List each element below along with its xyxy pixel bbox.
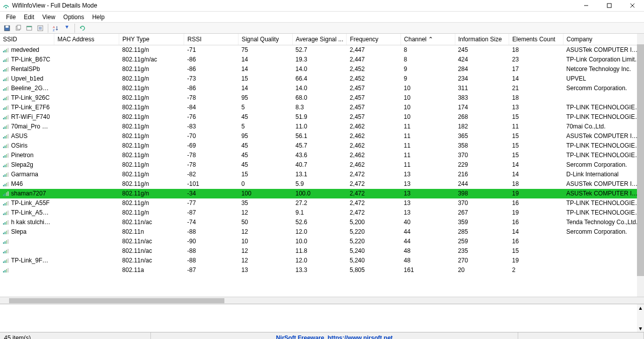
cell-ssid: Garmarna — [0, 170, 54, 179]
table-row[interactable]: Upvel_b1ed802.11g/n-731566.42,452923414U… — [0, 74, 644, 84]
table-row[interactable]: Pinetron802.11g/n-784543.62,4621137015TP… — [0, 151, 644, 160]
menu-file[interactable]: File — [2, 13, 20, 22]
nirsoft-link[interactable]: NirSoft Freeware. https://www.nirsoft.ne… — [276, 334, 392, 340]
column-phy[interactable]: PHY Type — [119, 34, 184, 45]
cell-ssid: Pinetron — [0, 151, 54, 160]
table-row[interactable]: h kak stulchik...802.11n/ac-745052.65,20… — [0, 218, 644, 227]
column-sq[interactable]: Signal Quality — [238, 34, 293, 45]
cell-isize: 285 — [455, 227, 509, 237]
svg-rect-59 — [6, 145, 7, 148]
horizontal-scrollbar[interactable] — [0, 297, 644, 304]
table-row[interactable]: medveded802.11g/n-717552.72,447824518ASU… — [0, 45, 644, 55]
cell-avg: 5.9 — [292, 179, 347, 189]
column-chan[interactable]: Channel ⌃ — [401, 34, 455, 45]
table-row[interactable]: 802.11a-871313.35,805161202 — [0, 265, 644, 275]
svg-rect-58 — [5, 146, 6, 148]
cell-rssi: -77 — [184, 198, 238, 208]
svg-rect-39 — [6, 97, 7, 100]
column-rssi[interactable]: RSSI — [184, 34, 238, 45]
cell-isize: 383 — [455, 93, 509, 103]
wifi-grid[interactable]: SSIDMAC AddressPHY TypeRSSISignal Qualit… — [0, 34, 644, 297]
menu-options[interactable]: Options — [59, 13, 88, 22]
sort-asc-icon[interactable]: AZ — [51, 23, 61, 33]
cell-phy: 802.11g/n/ac — [119, 55, 184, 64]
column-avg[interactable]: Average Signal ... — [292, 34, 347, 45]
table-row[interactable]: TP-Link_9F3A...802.11n/ac-881212.05,2404… — [0, 256, 644, 265]
cell-company: TP-LINK TECHNOLOGIES ... — [563, 112, 644, 122]
table-row[interactable]: OSiris802.11g/n-694545.72,4621135815TP-L… — [0, 141, 644, 151]
table-row[interactable]: TP-Link_E7F6802.11g/n-8458.32,4571017413… — [0, 103, 644, 112]
grid-body[interactable]: medveded802.11g/n-717552.72,447824518ASU… — [0, 45, 644, 275]
cell-chan: 44 — [401, 237, 455, 246]
scroll-up-icon[interactable]: ▴ — [639, 304, 642, 311]
save-icon[interactable] — [2, 23, 12, 33]
menu-view[interactable]: View — [38, 13, 59, 22]
cell-ssid: ASUS — [0, 131, 54, 141]
svg-rect-63 — [6, 154, 7, 158]
column-company[interactable]: Company — [563, 34, 644, 45]
menu-edit[interactable]: Edit — [20, 13, 38, 22]
table-row[interactable]: TP-Link_A55F802.11g/n-773527.22,47213370… — [0, 198, 644, 208]
table-row[interactable]: TP-Link_A55F...802.11g/n-87129.12,472132… — [0, 208, 644, 218]
table-row[interactable]: 70mai_Pro Pl...802.11g/n-83511.02,462111… — [0, 122, 644, 131]
table-row[interactable]: 802.11n/ac-901010.05,2204425916 — [0, 237, 644, 246]
column-ecount[interactable]: Elements Count — [509, 34, 564, 45]
table-row[interactable]: Garmarna802.11g/n-821513.12,4721321614D-… — [0, 170, 644, 179]
cell-ssid — [0, 246, 54, 256]
column-ssid[interactable]: SSID — [0, 34, 54, 45]
cell-avg: 8.3 — [292, 103, 347, 112]
column-mac[interactable]: MAC Address — [54, 34, 119, 45]
table-row[interactable]: TP-Link_926C802.11g/n-789568.02,45710383… — [0, 93, 644, 103]
cell-avg: 10.0 — [292, 237, 347, 246]
svg-rect-93 — [3, 233, 4, 234]
svg-rect-112 — [8, 268, 9, 273]
signal-icon — [3, 190, 9, 197]
column-isize[interactable]: Information Size — [455, 34, 509, 45]
vertical-scrollbar-thumb[interactable] — [637, 44, 644, 276]
menu-help[interactable]: Help — [88, 13, 109, 22]
table-row[interactable]: Slepa2g802.11g/n-784540.72,4621122914Ser… — [0, 160, 644, 170]
close-button[interactable] — [621, 0, 644, 12]
table-row[interactable]: 802.11n/ac-881211.85,2404823515 — [0, 246, 644, 256]
cell-rssi: -87 — [184, 265, 238, 275]
maximize-button[interactable] — [598, 0, 621, 12]
table-row[interactable]: RentalSPb802.11g/n-861414.02,452928417Ne… — [0, 64, 644, 74]
cell-isize: 365 — [455, 131, 509, 141]
svg-rect-10 — [27, 26, 32, 27]
cell-avg: 11.0 — [292, 122, 347, 131]
table-row[interactable]: RT-WiFi_F740802.11g/n-764551.92,45710268… — [0, 112, 644, 122]
column-headers[interactable]: SSIDMAC AddressPHY TypeRSSISignal Qualit… — [0, 34, 644, 45]
signal-icon — [3, 257, 9, 264]
svg-rect-17 — [3, 51, 4, 52]
copy-icon[interactable] — [13, 23, 23, 33]
horizontal-scrollbar-thumb[interactable] — [9, 298, 224, 303]
cell-phy: 802.11g/n — [119, 189, 184, 198]
svg-rect-32 — [8, 77, 9, 81]
cell-mac — [54, 208, 119, 218]
scroll-down-icon[interactable]: ▾ — [639, 325, 642, 332]
svg-rect-43 — [6, 106, 7, 110]
refresh-icon[interactable] — [77, 23, 88, 33]
cell-rssi: -87 — [184, 208, 238, 218]
sort-desc-icon[interactable] — [62, 23, 72, 33]
new-window-icon[interactable] — [24, 23, 34, 33]
table-row[interactable]: M46802.11g/n-10105.92,4721324418ASUSTek … — [0, 179, 644, 189]
table-row[interactable]: TP-Link_B67C802.11g/n/ac-861419.32,44784… — [0, 55, 644, 64]
cell-mac — [54, 256, 119, 265]
details-scrollbar[interactable]: ▴ ▾ — [637, 304, 644, 332]
cell-phy: 802.11n/ac — [119, 256, 184, 265]
cell-ssid: M46 — [0, 179, 54, 189]
svg-rect-105 — [3, 261, 4, 263]
table-row[interactable]: shaman7207802.11g/n-34100100.02,47213398… — [0, 189, 644, 198]
properties-icon[interactable] — [35, 23, 45, 33]
column-freq[interactable]: Frequency — [347, 34, 401, 45]
cell-ecount: 14 — [509, 170, 564, 179]
table-row[interactable]: ASUS802.11g/n-709556.12,4621136515ASUSTe… — [0, 131, 644, 141]
table-row[interactable]: Slepa802.11n-881212.05,2204428514Sercomm… — [0, 227, 644, 237]
cell-isize: 216 — [455, 170, 509, 179]
cell-phy: 802.11g/n — [119, 131, 184, 141]
table-row[interactable]: Beeline_2G_F...802.11g/n-861414.02,45710… — [0, 84, 644, 93]
cell-avg: 13.1 — [292, 170, 347, 179]
minimize-button[interactable] — [575, 0, 598, 12]
cell-phy: 802.11n/ac — [119, 218, 184, 227]
